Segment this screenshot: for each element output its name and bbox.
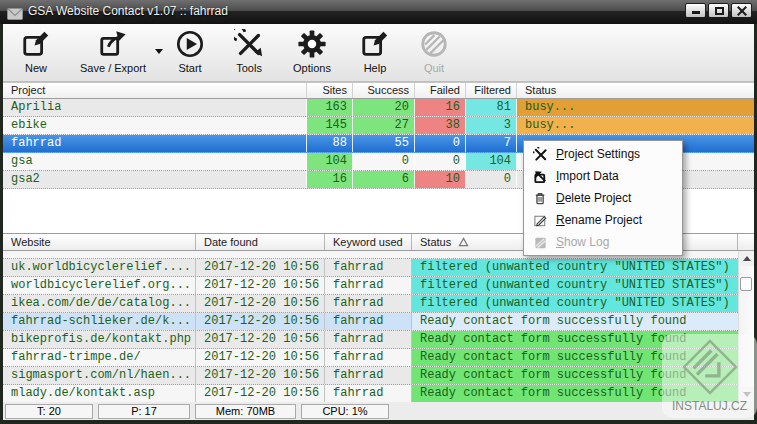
status-panel-t: T: 20 bbox=[5, 404, 93, 419]
column-header-status[interactable]: Status bbox=[517, 83, 754, 98]
results-table: WebsiteDate foundKeyword usedStatus …201… bbox=[3, 233, 754, 402]
cell-filtered: 7 bbox=[466, 135, 517, 152]
results-table-body: …2017-12-20 10:56fahrradfiltered (unwant… bbox=[3, 251, 738, 402]
column-header-date[interactable]: Date found bbox=[196, 234, 325, 250]
cell-website: worldbicyclerelief.org... bbox=[3, 277, 196, 294]
toolbar-button-label: Quit bbox=[424, 62, 444, 74]
cell-website: ikea.com/de/de/catalog... bbox=[3, 295, 196, 312]
cell-sites: 145 bbox=[307, 117, 353, 134]
app-window: GSA Website Contact v1.07 :: fahrrad New… bbox=[0, 0, 757, 424]
column-header-label: Date found bbox=[204, 234, 258, 250]
cell-keyword: fahrrad bbox=[325, 367, 412, 384]
cell-status: busy... bbox=[517, 117, 754, 134]
cell-website: uk.worldbicyclerelief.... bbox=[3, 259, 196, 276]
minimize-button[interactable] bbox=[685, 3, 706, 18]
cell-keyword: fahrrad bbox=[325, 313, 412, 330]
menu-item-show-log: Show Log bbox=[526, 231, 680, 253]
column-header-filtered[interactable]: Filtered bbox=[466, 83, 517, 98]
project-row-ebike[interactable]: ebike14527383busy... bbox=[3, 117, 754, 135]
cell-status: filtered (unwanted country "UNITED STATE… bbox=[412, 277, 738, 294]
cell-success: 0 bbox=[353, 153, 415, 170]
show-log-icon bbox=[531, 234, 550, 250]
cell-website: bikeprofis.de/kontakt.php bbox=[3, 331, 196, 348]
cell-failed: 0 bbox=[415, 135, 466, 152]
menu-item-label: Rename Project bbox=[556, 213, 642, 227]
cell-date: 2017-12-20 10:56 bbox=[196, 277, 325, 294]
result-row[interactable]: bikeprofis.de/kontakt.php2017-12-20 10:5… bbox=[3, 331, 738, 349]
cell-success: 20 bbox=[353, 99, 415, 116]
status-panel-mem: Mem: 70MB bbox=[195, 404, 296, 419]
scroll-up-button[interactable] bbox=[739, 251, 754, 266]
status-panel-cpu: CPU: 1% bbox=[301, 404, 389, 419]
toolbar-button-save-export[interactable]: Save / Export bbox=[74, 28, 152, 75]
menu-item-label: Delete Project bbox=[556, 191, 631, 205]
toolbar-button-new[interactable]: New bbox=[15, 28, 57, 75]
maximize-button[interactable] bbox=[708, 3, 729, 18]
menu-item-delete-project[interactable]: Delete Project bbox=[526, 187, 680, 209]
title-bar[interactable]: GSA Website Contact v1.07 :: fahrrad bbox=[0, 0, 757, 24]
column-header-website[interactable]: Website bbox=[3, 234, 196, 250]
play-circle-icon bbox=[175, 29, 205, 59]
window-title: GSA Website Contact v1.07 :: fahrrad bbox=[28, 4, 228, 18]
result-row[interactable]: sigmasport.com/nl/haen...2017-12-20 10:5… bbox=[3, 367, 738, 385]
save-export-icon bbox=[98, 29, 128, 59]
cell-filtered: 0 bbox=[466, 171, 517, 188]
toolbar-button-label: Start bbox=[178, 62, 201, 74]
column-header-project[interactable]: Project bbox=[3, 83, 307, 98]
project-row-aprilia[interactable]: Aprilia163201681busy... bbox=[3, 99, 754, 117]
cell-website: fahrrad-schlieker.de/k... bbox=[3, 313, 196, 330]
column-header-sites[interactable]: Sites bbox=[307, 83, 353, 98]
column-header-failed[interactable]: Failed bbox=[415, 83, 466, 98]
toolbar-button-label: Tools bbox=[236, 62, 262, 74]
result-row[interactable]: fahrrad-schlieker.de/k...2017-12-20 10:5… bbox=[3, 313, 738, 331]
result-row[interactable]: fahrrad-trimpe.de/2017-12-20 10:56fahrra… bbox=[3, 349, 738, 367]
cell-keyword: fahrrad bbox=[325, 349, 412, 366]
context-menu: Project SettingsImport DataDelete Projec… bbox=[523, 140, 683, 256]
cell-status: filtered (unwanted country "UNITED STATE… bbox=[412, 295, 738, 312]
menu-item-label: Show Log bbox=[556, 235, 609, 249]
cell-date: 2017-12-20 10:56 bbox=[196, 295, 325, 312]
dropdown-arrow-icon[interactable] bbox=[155, 49, 163, 54]
toolbar-button-help[interactable]: Help bbox=[354, 28, 396, 75]
menu-item-import-data[interactable]: Import Data bbox=[526, 165, 680, 187]
column-header-success[interactable]: Success bbox=[353, 83, 415, 98]
toolbar-button-options[interactable]: Options bbox=[287, 28, 337, 75]
menu-item-project-settings[interactable]: Project Settings bbox=[526, 143, 680, 165]
crossed-tools-icon bbox=[234, 29, 264, 59]
cell-failed: 0 bbox=[415, 153, 466, 170]
toolbar-button-label: Save / Export bbox=[80, 62, 146, 74]
cell-website: sigmasport.com/nl/haen... bbox=[3, 367, 196, 384]
scrollbar-thumb[interactable] bbox=[740, 277, 752, 291]
menu-item-label: Import Data bbox=[556, 169, 619, 183]
cell-date: 2017-12-20 10:56 bbox=[196, 331, 325, 348]
window-content: NewSave / ExportStartToolsOptionsHelpQui… bbox=[3, 24, 754, 420]
app-envelope-icon bbox=[7, 6, 23, 18]
toolbar-button-tools[interactable]: Tools bbox=[228, 28, 270, 75]
close-button[interactable] bbox=[731, 3, 752, 18]
triangle-up-icon bbox=[743, 256, 751, 261]
toolbar-button-label: Help bbox=[364, 62, 387, 74]
cell-project: gsa2 bbox=[3, 171, 307, 188]
cell-date: 2017-12-20 10:56 bbox=[196, 385, 325, 402]
cell-website: fahrrad-trimpe.de/ bbox=[3, 349, 196, 366]
gear-icon bbox=[297, 29, 327, 59]
minimize-icon bbox=[692, 11, 700, 14]
watermark-diamond-logo-icon bbox=[679, 336, 741, 402]
cell-date: 2017-12-20 10:56 bbox=[196, 349, 325, 366]
result-row[interactable]: worldbicyclerelief.org...2017-12-20 10:5… bbox=[3, 277, 738, 295]
toolbar-button-label: New bbox=[25, 62, 47, 74]
cell-project: fahrrad bbox=[3, 135, 307, 152]
cell-keyword: fahrrad bbox=[325, 385, 412, 402]
toolbar-button-start[interactable]: Start bbox=[169, 28, 211, 75]
cell-status: filtered (unwanted country "UNITED STATE… bbox=[412, 259, 738, 276]
cell-sites: 163 bbox=[307, 99, 353, 116]
cell-project: ebike bbox=[3, 117, 307, 134]
result-row[interactable]: uk.worldbicyclerelief....2017-12-20 10:5… bbox=[3, 259, 738, 277]
column-header-label: Keyword used bbox=[333, 234, 403, 250]
result-row[interactable]: ikea.com/de/de/catalog...2017-12-20 10:5… bbox=[3, 295, 738, 313]
result-row[interactable]: mlady.de/kontakt.asp2017-12-20 10:56fahr… bbox=[3, 385, 738, 402]
column-header-keyword[interactable]: Keyword used bbox=[325, 234, 412, 250]
column-header-filler bbox=[738, 234, 754, 250]
menu-item-rename-project[interactable]: Rename Project bbox=[526, 209, 680, 231]
watermark: INSTALUJ.CZ bbox=[662, 334, 757, 418]
